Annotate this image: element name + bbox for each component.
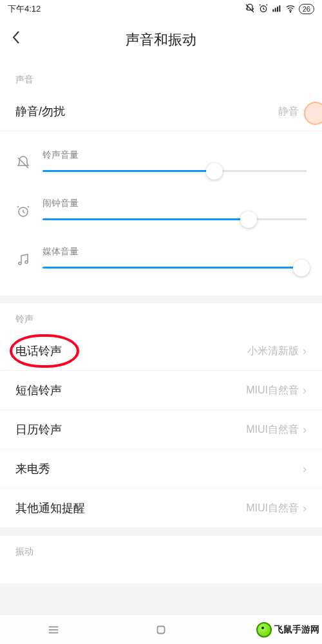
svg-rect-3 [274, 8, 276, 12]
svg-rect-2 [272, 9, 274, 12]
slider-track-media[interactable] [43, 267, 307, 269]
svg-rect-14 [157, 626, 164, 633]
slider-label: 闹钟音量 [43, 198, 307, 209]
row-label: 来电秀 [15, 461, 50, 477]
slider-track-ringer[interactable] [43, 170, 307, 172]
page-title: 声音和振动 [0, 30, 322, 50]
watermark-text: 飞鼠手游网 [274, 624, 319, 636]
slider-label: 媒体音量 [43, 246, 307, 258]
section-gap [0, 296, 322, 303]
row-value: › [299, 462, 307, 476]
nav-home-button[interactable] [154, 623, 168, 637]
back-button[interactable] [12, 30, 31, 50]
music-note-icon [15, 252, 33, 269]
status-indicators: 26 [245, 3, 314, 15]
row-value: MIUI自然音 › [246, 423, 307, 437]
svg-point-6 [290, 11, 290, 12]
row-label: 静音/勿扰 [15, 104, 65, 119]
row-silent-dnd[interactable]: 静音/勿扰 静音 › [0, 92, 322, 131]
row-label: 电话铃声 [15, 343, 62, 359]
svg-rect-5 [279, 5, 280, 12]
chevron-right-icon: › [303, 423, 307, 437]
chevron-right-icon: › [303, 384, 307, 397]
row-label: 日历铃声 [15, 422, 62, 437]
slider-track-alarm[interactable] [43, 218, 307, 220]
floating-avatar-icon[interactable] [304, 102, 322, 125]
dnd-icon [245, 3, 255, 15]
slider-thumb[interactable] [240, 211, 257, 228]
svg-point-10 [25, 261, 28, 263]
svg-point-9 [19, 262, 21, 265]
chevron-right-icon: › [303, 462, 307, 476]
row-value: MIUI自然音 › [246, 384, 307, 397]
status-time: 下午4:12 [8, 3, 41, 15]
status-bar: 下午4:12 26 [0, 0, 322, 18]
nav-recents-button[interactable] [46, 623, 61, 637]
slider-thumb[interactable] [206, 163, 223, 180]
row-calendar-ringtone[interactable]: 日历铃声 MIUI自然音 › [0, 410, 322, 450]
section-gap [0, 528, 322, 536]
section-label-vibration: 振动 [0, 536, 322, 564]
row-partial [0, 564, 322, 583]
row-label: 短信铃声 [15, 383, 62, 398]
row-label: 其他通知提醒 [15, 500, 85, 516]
alarm-icon [258, 3, 269, 15]
watermark-logo-icon [256, 622, 272, 638]
section-label-ringtone: 铃声 [0, 303, 322, 332]
row-value: MIUI自然音 › [246, 502, 307, 515]
row-value: 静音 › [278, 105, 307, 118]
wifi-icon [285, 3, 296, 15]
row-phone-ringtone[interactable]: 电话铃声 小米清新版 › [0, 332, 322, 371]
slider-label: 铃声音量 [43, 149, 307, 161]
battery-level: 26 [299, 4, 314, 14]
volume-sliders: 铃声音量 闹钟音量 媒体音量 [0, 131, 322, 296]
alarm-clock-icon [15, 204, 33, 220]
section-label-sound: 声音 [0, 64, 322, 92]
slider-media: 媒体音量 [15, 234, 307, 283]
bell-off-icon [15, 155, 33, 172]
row-value: 小米清新版 › [247, 345, 307, 358]
watermark: 飞鼠手游网 [254, 621, 322, 639]
chevron-right-icon: › [303, 502, 307, 515]
page-header: 声音和振动 [0, 18, 322, 64]
slider-thumb[interactable] [293, 260, 310, 276]
row-sms-ringtone[interactable]: 短信铃声 MIUI自然音 › [0, 371, 322, 410]
slider-ringer: 铃声音量 [15, 138, 307, 186]
row-call-show[interactable]: 来电秀 › [0, 450, 322, 489]
chevron-right-icon: › [303, 345, 307, 358]
svg-rect-4 [277, 6, 278, 12]
signal-icon [272, 3, 282, 15]
row-other-notifications[interactable]: 其他通知提醒 MIUI自然音 › [0, 489, 322, 528]
slider-alarm: 闹钟音量 [15, 186, 307, 234]
